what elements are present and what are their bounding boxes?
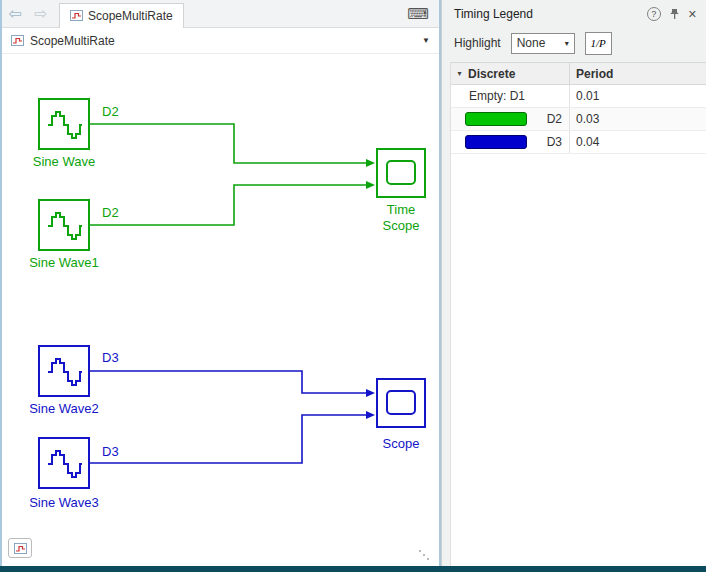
- breadcrumb-model-name[interactable]: ScopeMultiRate: [30, 34, 115, 48]
- panel-header-icons: ? ✕: [647, 7, 697, 21]
- rate-annotation: D3: [102, 350, 119, 365]
- model-icon: [14, 543, 27, 554]
- rate-color-swatch-blue: [465, 135, 527, 149]
- scope-screen-icon: [378, 380, 424, 426]
- signal-wire[interactable]: [90, 124, 366, 163]
- help-icon[interactable]: ?: [647, 7, 661, 21]
- legend-rate-cell: D2: [451, 108, 569, 130]
- highlight-controls: Highlight None ▾ 1/P: [442, 28, 706, 58]
- signal-wire[interactable]: [90, 185, 366, 225]
- simulink-window: ⇦ ⇨ ScopeMultiRate ⌨ ScopeMultiRate ▼: [0, 0, 706, 566]
- forward-icon[interactable]: ⇨: [28, 0, 54, 28]
- legend-table-header[interactable]: ▾ Discrete Period: [451, 63, 706, 85]
- block-label: Sine Wave3: [19, 495, 109, 511]
- signal-wire[interactable]: [90, 371, 366, 393]
- highlight-dropdown-value: None: [517, 36, 561, 50]
- period-toggle-button[interactable]: 1/P: [585, 32, 612, 55]
- pin-icon[interactable]: [669, 8, 680, 20]
- block-sine-wave[interactable]: [38, 98, 90, 150]
- column-header-discrete: Discrete: [468, 67, 569, 81]
- legend-period-cell: 0.03: [569, 108, 706, 130]
- model-canvas[interactable]: Sine Wave D2 Sine Wave1 D2 Time Scope Si…: [2, 54, 439, 566]
- block-label: Time Scope: [371, 202, 431, 234]
- block-sine-wave1[interactable]: [38, 199, 90, 251]
- sine-wave-icon: [44, 351, 84, 391]
- model-editor: ⇦ ⇨ ScopeMultiRate ⌨ ScopeMultiRate ▼: [0, 0, 441, 566]
- block-label: Sine Wave: [19, 154, 109, 170]
- legend-rate-cell: D3: [451, 131, 569, 153]
- legend-table: ▾ Discrete Period Empty: D1 0.01 D2 0.03: [450, 62, 706, 566]
- timing-legend-panel: Timing Legend ? ✕ Highlight None ▾ 1/P ▾…: [441, 0, 706, 566]
- highlight-label: Highlight: [454, 36, 501, 50]
- window-bottom-edge: [0, 566, 706, 572]
- legend-row[interactable]: Empty: D1 0.01: [451, 85, 706, 108]
- arrowhead-icon: [366, 181, 375, 189]
- rate-label: D3: [547, 135, 569, 149]
- chevron-down-icon[interactable]: ▼: [422, 36, 430, 45]
- arrowhead-icon: [366, 411, 375, 419]
- model-browser-button[interactable]: [8, 538, 32, 558]
- resize-grip[interactable]: [419, 550, 421, 552]
- breadcrumb: ScopeMultiRate ▼: [2, 28, 439, 54]
- panel-title: Timing Legend: [454, 7, 533, 21]
- close-icon[interactable]: ✕: [688, 8, 697, 21]
- block-label: Scope: [371, 436, 431, 452]
- sine-wave-icon: [44, 205, 84, 245]
- panel-header: Timing Legend ? ✕: [442, 0, 706, 28]
- block-sine-wave3[interactable]: [38, 437, 90, 489]
- rate-label: Empty: D1: [451, 89, 525, 103]
- block-label: Sine Wave1: [19, 255, 109, 271]
- sine-wave-icon: [44, 104, 84, 144]
- chevron-down-icon: ▾: [565, 39, 569, 48]
- block-label: Sine Wave2: [19, 401, 109, 417]
- sine-wave-icon: [44, 443, 84, 483]
- model-icon: [11, 35, 24, 46]
- model-icon: [70, 10, 83, 21]
- legend-row[interactable]: D3 0.04: [451, 131, 706, 154]
- model-tab[interactable]: ScopeMultiRate: [59, 3, 184, 28]
- collapse-chevron-icon[interactable]: ▾: [451, 69, 468, 78]
- signal-wire[interactable]: [90, 415, 366, 463]
- block-scope[interactable]: [376, 378, 426, 428]
- model-tab-label: ScopeMultiRate: [88, 9, 173, 23]
- block-sine-wave2[interactable]: [38, 345, 90, 397]
- rate-annotation: D2: [102, 205, 119, 220]
- arrowhead-icon: [366, 159, 375, 167]
- keyboard-icon[interactable]: ⌨: [407, 5, 439, 23]
- rate-color-swatch-green: [465, 112, 527, 126]
- legend-period-cell: 0.01: [569, 85, 706, 107]
- back-icon[interactable]: ⇦: [2, 0, 28, 28]
- rate-annotation: D2: [102, 104, 119, 119]
- column-header-period: Period: [569, 63, 706, 84]
- legend-rate-cell: Empty: D1: [451, 85, 569, 107]
- scope-screen-icon: [378, 150, 424, 196]
- rate-label: D2: [547, 112, 569, 126]
- block-time-scope[interactable]: [376, 148, 426, 198]
- rate-annotation: D3: [102, 444, 119, 459]
- highlight-dropdown[interactable]: None ▾: [511, 33, 575, 54]
- legend-period-cell: 0.04: [569, 131, 706, 153]
- arrowhead-icon: [366, 389, 375, 397]
- legend-row[interactable]: D2 0.03: [451, 108, 706, 131]
- editor-tab-bar: ⇦ ⇨ ScopeMultiRate ⌨: [2, 0, 439, 28]
